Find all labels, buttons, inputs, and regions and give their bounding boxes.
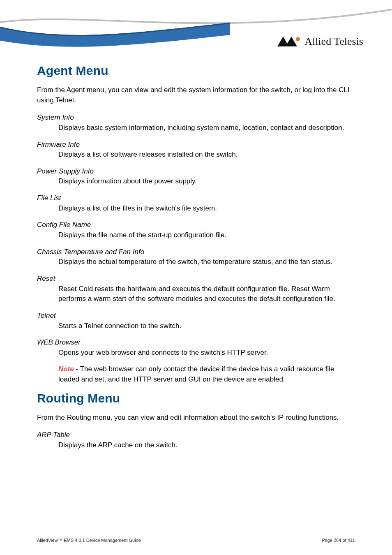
term-chassis-temp: Chassis Temperature and Fan Info	[37, 247, 355, 257]
term-config-file-name: Config File Name	[37, 220, 355, 230]
footer-page-number: Page 284 of 411	[322, 538, 355, 543]
term-file-list: File List	[37, 193, 355, 204]
term-system-info: System Info	[37, 113, 355, 123]
term-telnet: Telnet	[37, 311, 355, 321]
page-footer: AlliedView™-EMS 4.0.1 Device Management …	[37, 535, 355, 543]
agent-menu-intro: From the Agent menu, you can view and ed…	[37, 85, 355, 105]
term-arp-table: ARP Table	[37, 430, 355, 440]
desc-system-info: Displays basic system information, inclu…	[37, 123, 355, 133]
routing-menu-intro: From the Routing menu, you can view and …	[37, 413, 355, 423]
desc-reset: Reset Cold resets the hardware and execu…	[37, 284, 355, 304]
desc-arp-table: Displays the ARP cache on the switch.	[37, 440, 355, 451]
note-text: - The web browser can only contact the d…	[58, 365, 334, 383]
desc-config-file-name: Displays the file name of the start-up c…	[37, 230, 355, 240]
term-web-browser: WEB Browser	[37, 338, 355, 348]
footer-rule	[37, 535, 355, 535]
footer-doc-title: AlliedView™-EMS 4.0.1 Device Management …	[37, 538, 141, 543]
desc-firmware-info: Displays a list of software releases ins…	[37, 150, 355, 160]
note-label: Note	[58, 365, 74, 373]
note-web-browser: Note - The web browser can only contact …	[37, 364, 355, 384]
desc-power-supply-info: Displays information about the power sup…	[37, 176, 355, 187]
agent-menu-heading: Agent Menu	[37, 64, 355, 78]
desc-chassis-temp: Displays the actual temperature of the s…	[37, 257, 355, 267]
desc-web-browser: Opens your web browser and connects to t…	[37, 348, 355, 358]
term-power-supply-info: Power Supply Info	[37, 166, 355, 177]
routing-menu-heading: Routing Menu	[37, 391, 355, 405]
desc-telnet: Starts a Telnet connection to the switch…	[37, 321, 355, 331]
term-reset: Reset	[37, 274, 355, 284]
term-firmware-info: Firmware Info	[37, 140, 355, 150]
desc-file-list: Displays a list of the files in the swit…	[37, 204, 355, 214]
